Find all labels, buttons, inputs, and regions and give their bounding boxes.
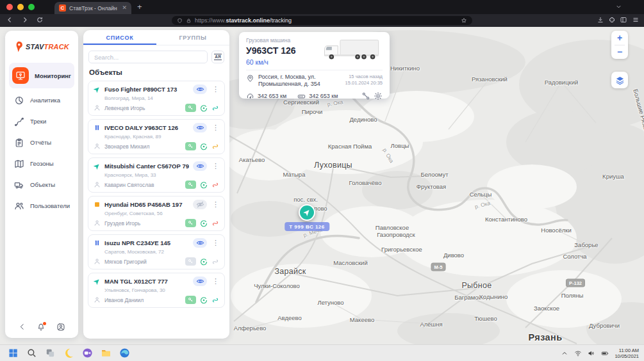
- reload-icon[interactable]: [36, 16, 44, 24]
- vehicle-card[interactable]: Fuso Fighter Р890СТ 173 ⋮ Волгоград, Мир…: [88, 81, 225, 116]
- visibility-toggle[interactable]: [193, 84, 207, 94]
- tab-list-chevron-icon[interactable]: [615, 3, 622, 10]
- sidebar-panel-icon[interactable]: [620, 16, 627, 24]
- kebab-menu-icon[interactable]: ⋮: [211, 239, 219, 246]
- kebab-menu-icon[interactable]: ⋮: [211, 201, 219, 208]
- url-bar[interactable]: https://www.stavtrack.online/tracking: [172, 16, 472, 25]
- menu-icon[interactable]: [632, 16, 640, 24]
- sidebar-item-tracks[interactable]: Треки: [9, 111, 74, 132]
- vehicle-map-marker[interactable]: [299, 204, 315, 221]
- url-text: https://www.stavtrack.online/tracking: [195, 17, 292, 24]
- vehicle-card[interactable]: Isuzu NPR С234УЕ 145 ⋮ Саратов, Московск…: [88, 234, 225, 269]
- map-vehicle-plate-label[interactable]: Т 999 ВС 126: [285, 222, 329, 231]
- vehicle-card[interactable]: MAN TGL Х012СТ 777 ⋮ Ульяновск, Гончаров…: [88, 273, 225, 308]
- stavtrack-logo: STAVTRACK: [5, 31, 78, 58]
- route-share-icon[interactable]: [361, 92, 370, 100]
- vehicle-name: Mitsubishi Canter С567ОР 790: [104, 163, 189, 170]
- screen: С СтавТрэк - Онлайн мониторинг ✕ + https…: [0, 0, 644, 361]
- visibility-toggle[interactable]: [193, 200, 207, 209]
- bookmark-star-icon[interactable]: [461, 17, 467, 24]
- map-label: Григорьевское: [381, 246, 422, 253]
- objects-truck-icon: [14, 180, 24, 190]
- vehicle-address: Краснодар, Красная, 89: [104, 134, 219, 140]
- moon-app-icon[interactable]: [63, 348, 74, 358]
- search-input[interactable]: [88, 51, 208, 63]
- close-window-button[interactable]: [6, 4, 13, 10]
- tab-close-icon[interactable]: ✕: [122, 5, 127, 11]
- kebab-menu-icon[interactable]: ⋮: [211, 124, 219, 131]
- new-tab-button[interactable]: +: [137, 2, 142, 12]
- forward-icon[interactable]: [21, 16, 29, 24]
- browser-tab-bar: С СтавТрэк - Онлайн мониторинг ✕ +: [0, 0, 644, 14]
- maximize-window-button[interactable]: [28, 4, 35, 10]
- extensions-icon[interactable]: [608, 16, 616, 24]
- sidebar-item-reports[interactable]: Отчёты: [9, 132, 74, 153]
- map-label: Алёшня: [420, 321, 442, 328]
- map-label: Сельцы: [470, 191, 492, 198]
- visibility-toggle[interactable]: [193, 277, 207, 286]
- visibility-toggle[interactable]: [193, 123, 207, 132]
- vehicle-card[interactable]: IVECO DAILY У963СТ 126 ⋮ Краснодар, Крас…: [88, 119, 225, 154]
- panel-tabs: СПИСОК ГРУППЫ: [83, 30, 229, 45]
- tray-chevron-up-icon[interactable]: [561, 349, 568, 357]
- kebab-menu-icon[interactable]: ⋮: [211, 278, 219, 285]
- driver-name: Левенцев Игорь: [104, 105, 181, 111]
- map-label: Летуново: [317, 299, 343, 306]
- taskbar-search-icon[interactable]: [26, 348, 37, 358]
- sidebar-item-users[interactable]: Пользователи: [9, 195, 74, 216]
- download-icon[interactable]: [597, 16, 604, 24]
- kebab-menu-icon[interactable]: ⋮: [211, 163, 219, 170]
- notifications-bell-icon[interactable]: [37, 323, 45, 332]
- ignition-key-icon: [185, 219, 196, 227]
- visibility-toggle[interactable]: [193, 161, 207, 171]
- map-label: Заокское: [534, 305, 559, 312]
- map-label: Авдеево: [277, 314, 302, 321]
- sidebar-item-analytics[interactable]: Аналитика: [9, 90, 74, 111]
- edge-browser-icon[interactable]: [119, 348, 130, 358]
- kebab-menu-icon[interactable]: ⋮: [211, 86, 219, 93]
- map-layers-button[interactable]: [611, 72, 628, 88]
- map-label: Ловцы: [391, 142, 409, 149]
- task-view-icon[interactable]: [45, 348, 56, 358]
- can-mileage-icon: [297, 92, 306, 100]
- map-label: Макеево: [350, 316, 374, 323]
- vehicle-list: Fuso Fighter Р890СТ 173 ⋮ Волгоград, Мир…: [83, 81, 229, 308]
- map-label: пос. свх.: [293, 196, 318, 203]
- map-zoom-control: + −: [611, 31, 628, 59]
- map-label: Солотча: [563, 253, 586, 260]
- browser-tab[interactable]: С СтавТрэк - Онлайн мониторинг ✕: [54, 2, 131, 14]
- file-explorer-icon[interactable]: [101, 348, 111, 358]
- sidebar-item-monitoring[interactable]: Мониторинг: [9, 63, 74, 88]
- profile-icon[interactable]: [56, 323, 65, 332]
- vehicle-status-icon: [94, 124, 101, 131]
- map-label: Рязановский: [472, 76, 508, 83]
- taskbar-clock[interactable]: 11:00 AM 10/05/2021: [615, 348, 639, 359]
- minimize-window-button[interactable]: [17, 4, 24, 10]
- windows-taskbar: 11:00 AM 10/05/2021: [0, 344, 644, 361]
- zoom-in-button[interactable]: +: [611, 31, 628, 45]
- back-icon[interactable]: [6, 16, 13, 24]
- sidebar-item-objects[interactable]: Объекты: [9, 174, 74, 195]
- collapse-back-icon[interactable]: [18, 323, 26, 332]
- sort-az-button[interactable]: АЯ: [211, 51, 224, 63]
- geozones-icon: [14, 159, 24, 169]
- map-label: Константиново: [485, 216, 527, 223]
- settings-gear-icon[interactable]: [374, 92, 383, 100]
- volume-icon[interactable]: [588, 349, 595, 357]
- tab-favicon: С: [59, 4, 66, 12]
- signal-icon: [200, 143, 208, 150]
- sidebar-item-geozones[interactable]: Геозоны: [9, 153, 74, 174]
- wifi-icon[interactable]: [574, 349, 582, 357]
- visibility-toggle[interactable]: [193, 238, 207, 248]
- vehicle-address: Волгоград, Мира, 14: [104, 95, 219, 101]
- start-button-icon[interactable]: [8, 348, 19, 358]
- zoom-out-button[interactable]: −: [611, 45, 628, 60]
- tab-list[interactable]: СПИСОК: [83, 30, 156, 45]
- map-label: Газопроводск: [377, 231, 415, 238]
- vehicle-card[interactable]: Mitsubishi Canter С567ОР 790 ⋮ Красноярс…: [88, 157, 225, 193]
- battery-icon[interactable]: [601, 349, 609, 357]
- vehicle-card[interactable]: Hyundai HD65 Р456АВ 197 ⋮ Оренбург, Сове…: [88, 196, 225, 231]
- video-chat-app-icon[interactable]: [82, 348, 93, 358]
- vehicle-status-icon: [94, 86, 101, 93]
- tab-groups[interactable]: ГРУППЫ: [156, 30, 229, 45]
